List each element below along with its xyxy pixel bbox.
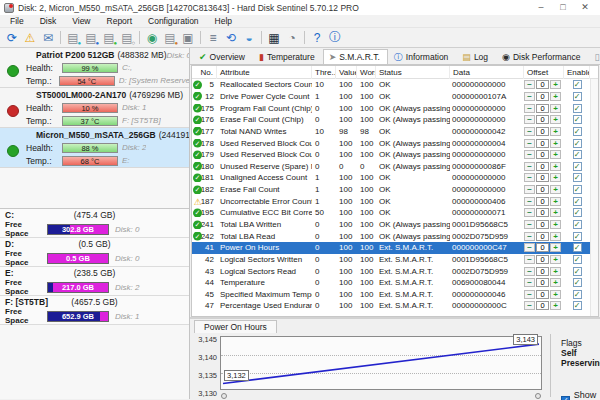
offset-increase-button[interactable]: + (550, 162, 561, 171)
enable-checkbox[interactable] (573, 185, 582, 194)
tab[interactable]: ➤ S.M.A.R.T. (323, 49, 388, 64)
separator[interactable] (258, 29, 265, 46)
offset-increase-button[interactable]: + (550, 278, 561, 287)
table-row[interactable]: 175 Program Fail Count (Chip) 0 100 100 … (192, 102, 598, 114)
table-row[interactable]: 12 Drive Power Cycle Count 1 100 100 OK … (192, 91, 598, 103)
offset-increase-button[interactable]: + (550, 220, 561, 229)
offset-decrease-button[interactable]: − (524, 185, 535, 194)
disk-list-item[interactable]: Patriot P200 512GB (488382 MB) Disk: 0 H… (0, 48, 189, 88)
disk-search-icon[interactable]: ▤ ○ (118, 29, 136, 46)
offset-decrease-button[interactable]: − (524, 162, 535, 171)
offset-decrease-button[interactable]: − (524, 115, 535, 124)
table-row[interactable]: 195 Cumulative ECC Bit Correction C... 5… (192, 207, 598, 219)
table-row[interactable]: 180 Unused Reserve (Spare) NAND Bl... 0 … (192, 160, 598, 172)
maximize-button[interactable]: □ (552, 0, 574, 15)
disk-remote-icon[interactable]: ▤ ● (161, 29, 179, 46)
table-row[interactable]: 187 Uncorrectable Error Count 1 100 100 … (192, 195, 598, 207)
offset-increase-button[interactable]: + (550, 127, 561, 136)
enable-checkbox[interactable] (573, 115, 582, 124)
enable-checkbox[interactable] (573, 267, 582, 276)
enable-checkbox[interactable] (573, 104, 582, 113)
minimize-button[interactable]: – (530, 0, 552, 15)
separator[interactable] (197, 29, 204, 46)
table-row[interactable]: 179 Used Reserved Block Count (Total) 0 … (192, 149, 598, 161)
table-row[interactable]: 43 Logical Sectors Read 0 100 100 Ext. S… (192, 265, 598, 277)
network-share-icon[interactable]: ◒ (240, 29, 258, 46)
menu-item[interactable]: Configuration (140, 16, 207, 26)
offset-increase-button[interactable]: + (550, 301, 561, 310)
offset-increase-button[interactable]: + (550, 185, 561, 194)
offset-increase-button[interactable]: + (550, 150, 561, 159)
enable-checkbox[interactable] (573, 301, 582, 310)
offset-decrease-button[interactable]: − (524, 278, 535, 287)
enable-checkbox[interactable] (573, 232, 582, 241)
offset-decrease-button[interactable]: − (524, 139, 535, 148)
show-values-checkbox[interactable] (561, 396, 570, 400)
gauge-icon[interactable]: ◔ (283, 29, 301, 46)
menu-item[interactable]: Help (207, 16, 240, 26)
enable-checkbox[interactable] (573, 208, 582, 217)
menu-item[interactable]: Disk (32, 16, 65, 26)
enable-checkbox[interactable] (573, 150, 582, 159)
offset-decrease-button[interactable]: − (524, 104, 535, 113)
table-row[interactable]: 178 Used Reserved Block Count (Chip) 0 1… (192, 137, 598, 149)
enable-checkbox[interactable] (573, 255, 582, 264)
offset-increase-button[interactable]: + (550, 255, 561, 264)
table-row[interactable]: 181 Unaligned Access Count 1 100 100 OK … (192, 172, 598, 184)
report-list-icon[interactable]: ≡ (204, 29, 222, 46)
offset-decrease-button[interactable]: − (524, 92, 535, 101)
partition-item[interactable]: E: (238.5 GB) Free Space 217.0 GB Disk: … (0, 267, 189, 296)
offset-decrease-button[interactable]: − (524, 208, 535, 217)
enable-checkbox[interactable] (573, 290, 582, 299)
separator[interactable] (301, 29, 308, 46)
sync-icon[interactable]: ⟲ (222, 29, 240, 46)
offset-decrease-button[interactable]: − (524, 197, 535, 206)
ack-warning-icon[interactable]: ⚠ (21, 29, 39, 46)
tab[interactable]: ⓘ Information (388, 49, 457, 64)
enable-checkbox[interactable] (573, 173, 582, 182)
refresh-icon[interactable]: ⟳ (3, 29, 21, 46)
tab[interactable]: ▤ Log (456, 49, 496, 64)
menu-item[interactable]: File (2, 16, 32, 26)
table-row[interactable]: 44 Temperature 0 100 100 Ext. S.M.A.R.T.… (192, 277, 598, 289)
disk-list-item[interactable]: ST5000LM000-2AN170 (4769296 MB) Health: … (0, 88, 189, 128)
enable-checkbox[interactable] (573, 80, 582, 89)
close-button[interactable]: ✕ (574, 0, 596, 15)
disk-list-item[interactable]: Micron_M550_mSATA_256GB (244191 MB) Heal… (0, 128, 189, 168)
offset-decrease-button[interactable]: − (524, 301, 535, 310)
enable-checkbox[interactable] (573, 243, 582, 252)
offset-increase-button[interactable]: + (550, 208, 561, 217)
offset-decrease-button[interactable]: − (524, 243, 535, 252)
table-row[interactable]: 177 Total NAND Writes 10 98 98 OK 000000… (192, 126, 598, 138)
partition-item[interactable]: D: (0.5 GB) Free Space 0.5 GB Disk: 0 (0, 238, 189, 267)
separator[interactable] (136, 29, 143, 46)
offset-increase-button[interactable]: + (550, 290, 561, 299)
table-row[interactable]: 45 Specified Maximum Temperature 0 100 1… (192, 289, 598, 301)
partition-item[interactable]: F: [ST5TB] (4657.5 GB) Free Space 652.9 … (0, 296, 189, 325)
offset-increase-button[interactable]: + (550, 197, 561, 206)
disk-health-icon[interactable]: ▤ ● (100, 29, 118, 46)
separator[interactable] (57, 29, 64, 46)
tab[interactable]: ▮ Temperature (253, 49, 323, 64)
enable-checkbox[interactable] (573, 127, 582, 136)
disk-short-test-icon[interactable]: ▤ ● (64, 29, 82, 46)
offset-increase-button[interactable]: + (550, 104, 561, 113)
enable-checkbox[interactable] (573, 92, 582, 101)
help-icon[interactable]: ? (308, 29, 326, 46)
enable-checkbox[interactable] (573, 139, 582, 148)
offset-decrease-button[interactable]: − (524, 127, 535, 136)
offset-decrease-button[interactable]: − (524, 173, 535, 182)
offset-increase-button[interactable]: + (550, 139, 561, 148)
printer-icon[interactable]: ▣ (179, 29, 197, 46)
offset-increase-button[interactable]: + (550, 173, 561, 182)
world-icon[interactable]: ◉ (143, 29, 161, 46)
table-row[interactable]: 241 Total LBA Written 0 100 100 OK (Alwa… (192, 219, 598, 231)
table-row[interactable]: 176 Erase Fail Count (Chip) 0 100 100 OK… (192, 114, 598, 126)
table-row[interactable]: 182 Erase Fail Count 1 100 100 OK 000000… (192, 184, 598, 196)
offset-increase-button[interactable]: + (550, 267, 561, 276)
offset-increase-button[interactable]: + (550, 80, 561, 89)
offset-decrease-button[interactable]: − (524, 150, 535, 159)
message-test-icon[interactable]: ✉ (39, 29, 57, 46)
offset-increase-button[interactable]: + (550, 243, 561, 252)
offset-decrease-button[interactable]: − (524, 290, 535, 299)
